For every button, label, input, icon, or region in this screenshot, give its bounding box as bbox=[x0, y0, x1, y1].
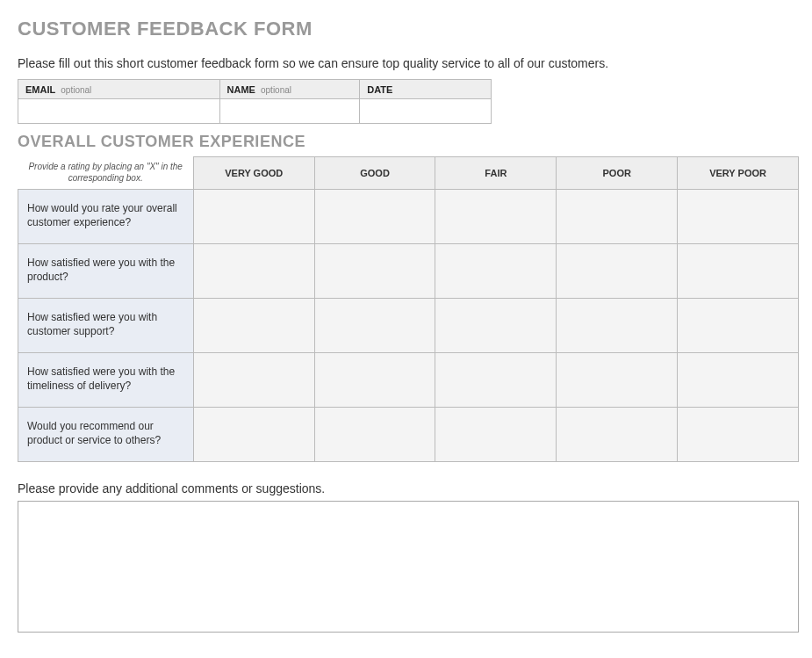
q1-fair[interactable] bbox=[435, 189, 557, 243]
q2-very-good[interactable] bbox=[193, 243, 314, 298]
date-label: DATE bbox=[367, 84, 392, 95]
q5-poor[interactable] bbox=[557, 407, 678, 461]
q3-fair[interactable] bbox=[435, 298, 557, 352]
q2-good[interactable] bbox=[314, 243, 435, 298]
form-intro: Please fill out this short customer feed… bbox=[18, 56, 794, 70]
header-very-good: VERY GOOD bbox=[193, 157, 314, 190]
q1-poor[interactable] bbox=[557, 189, 678, 243]
email-header: EMAIL optional bbox=[18, 80, 220, 99]
email-input-cell[interactable] bbox=[18, 99, 220, 124]
date-input-cell[interactable] bbox=[360, 99, 492, 124]
q2-poor[interactable] bbox=[557, 243, 678, 298]
q4-fair[interactable] bbox=[435, 352, 557, 407]
name-label: NAME bbox=[227, 84, 255, 95]
name-header: NAME optional bbox=[219, 80, 360, 99]
question-2: How satisfied were you with the product? bbox=[18, 243, 194, 298]
q1-good[interactable] bbox=[314, 189, 435, 243]
q1-very-good[interactable] bbox=[193, 189, 314, 243]
q2-fair[interactable] bbox=[435, 243, 557, 298]
form-title: CUSTOMER FEEDBACK FORM bbox=[18, 18, 794, 40]
name-optional: optional bbox=[261, 85, 291, 95]
q5-fair[interactable] bbox=[435, 407, 557, 461]
q3-very-good[interactable] bbox=[193, 298, 314, 352]
header-fair: FAIR bbox=[435, 157, 557, 190]
q2-very-poor[interactable] bbox=[678, 243, 799, 298]
q4-very-good[interactable] bbox=[193, 352, 314, 407]
q4-very-poor[interactable] bbox=[678, 352, 799, 407]
header-very-poor: VERY POOR bbox=[678, 157, 799, 190]
comments-box[interactable] bbox=[18, 501, 799, 633]
q3-very-poor[interactable] bbox=[678, 298, 799, 352]
q1-very-poor[interactable] bbox=[678, 189, 799, 243]
question-1: How would you rate your overall customer… bbox=[18, 189, 194, 243]
email-optional: optional bbox=[61, 85, 91, 95]
rating-table: Provide a rating by placing an "X" in th… bbox=[18, 156, 799, 462]
info-table: EMAIL optional NAME optional DATE bbox=[18, 79, 492, 124]
comments-label: Please provide any additional comments o… bbox=[18, 481, 794, 495]
date-header: DATE bbox=[360, 80, 492, 99]
rating-instruction: Provide a rating by placing an "X" in th… bbox=[18, 157, 194, 190]
email-label: EMAIL bbox=[25, 84, 55, 95]
q3-good[interactable] bbox=[314, 298, 435, 352]
q4-good[interactable] bbox=[314, 352, 435, 407]
name-input-cell[interactable] bbox=[219, 99, 360, 124]
question-4: How satisfied were you with the timeline… bbox=[18, 352, 194, 407]
q5-very-poor[interactable] bbox=[678, 407, 799, 461]
q4-poor[interactable] bbox=[557, 352, 678, 407]
question-5: Would you recommend our product or servi… bbox=[18, 407, 194, 461]
q5-very-good[interactable] bbox=[193, 407, 314, 461]
question-3: How satisfied were you with customer sup… bbox=[18, 298, 194, 352]
q5-good[interactable] bbox=[314, 407, 435, 461]
header-poor: POOR bbox=[557, 157, 678, 190]
q3-poor[interactable] bbox=[557, 298, 678, 352]
section-title: OVERALL CUSTOMER EXPERIENCE bbox=[18, 133, 794, 151]
header-good: GOOD bbox=[314, 157, 435, 190]
